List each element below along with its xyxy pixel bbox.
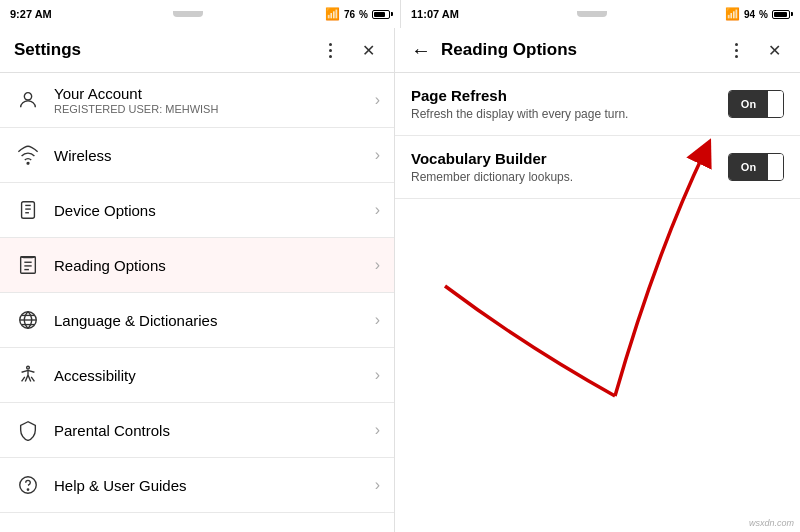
reading-panel-header: ← Reading Options ✕ xyxy=(395,28,800,73)
settings-item-reading-options[interactable]: Reading Options › xyxy=(0,238,394,293)
reading-options-chevron: › xyxy=(375,256,380,274)
settings-panel: Settings ✕ Your Account REGIST xyxy=(0,28,395,532)
right-time: 11:07 AM xyxy=(411,8,459,20)
vocabulary-builder-toggle-on: On xyxy=(729,154,768,180)
left-time: 9:27 AM xyxy=(10,8,52,20)
vocabulary-builder-title: Vocabulary Builder xyxy=(411,150,716,167)
reading-options-label: Reading Options xyxy=(54,257,367,274)
globe-icon xyxy=(14,306,42,334)
reading-header-actions: ✕ xyxy=(724,38,786,62)
right-notch xyxy=(577,11,607,17)
svg-point-0 xyxy=(24,93,31,100)
page-refresh-toggle[interactable]: On xyxy=(728,90,784,118)
svg-rect-6 xyxy=(21,257,36,274)
settings-header-actions: ✕ xyxy=(318,38,380,62)
settings-more-button[interactable] xyxy=(318,38,342,62)
device-icon xyxy=(14,196,42,224)
your-account-chevron: › xyxy=(375,91,380,109)
reading-more-button[interactable] xyxy=(724,38,748,62)
language-chevron: › xyxy=(375,311,380,329)
page-refresh-item: Page Refresh Refresh the display with ev… xyxy=(395,73,800,136)
settings-header: Settings ✕ xyxy=(0,28,394,73)
left-status-icons: 📶 76% xyxy=(325,7,390,21)
device-options-chevron: › xyxy=(375,201,380,219)
book-icon xyxy=(14,251,42,279)
help-icon xyxy=(14,471,42,499)
wifi-icon xyxy=(14,141,42,169)
page-refresh-toggle-on: On xyxy=(729,91,768,117)
right-status-icons: 📶 94% xyxy=(725,7,790,21)
settings-item-device-options[interactable]: Device Options › xyxy=(0,183,394,238)
svg-rect-2 xyxy=(22,202,35,219)
left-notch xyxy=(173,11,203,17)
svg-point-14 xyxy=(27,366,30,369)
parental-controls-chevron: › xyxy=(375,421,380,439)
accessibility-label: Accessibility xyxy=(54,367,367,384)
device-options-label: Device Options xyxy=(54,202,367,219)
reading-close-button[interactable]: ✕ xyxy=(762,38,786,62)
watermark: wsxdn.com xyxy=(749,518,794,528)
page-refresh-desc: Refresh the display with every page turn… xyxy=(411,107,716,121)
your-account-subtitle: REGISTERED USER: MEHWISH xyxy=(54,103,367,115)
page-refresh-toggle-off xyxy=(768,91,783,117)
settings-item-your-account[interactable]: Your Account REGISTERED USER: MEHWISH › xyxy=(0,73,394,128)
parental-controls-label: Parental Controls xyxy=(54,422,367,439)
settings-close-button[interactable]: ✕ xyxy=(356,38,380,62)
back-button[interactable]: ← xyxy=(409,38,433,62)
settings-list: Your Account REGISTERED USER: MEHWISH › xyxy=(0,73,394,532)
left-battery-icon xyxy=(372,10,390,19)
wireless-label: Wireless xyxy=(54,147,367,164)
settings-item-help[interactable]: Help & User Guides › xyxy=(0,458,394,513)
accessibility-chevron: › xyxy=(375,366,380,384)
user-icon xyxy=(14,86,42,114)
left-battery-percent: 76 xyxy=(344,9,355,20)
vocabulary-builder-toggle[interactable]: On xyxy=(728,153,784,181)
vocabulary-builder-desc: Remember dictionary lookups. xyxy=(411,170,716,184)
accessibility-icon xyxy=(14,361,42,389)
settings-item-language[interactable]: Language & Dictionaries › xyxy=(0,293,394,348)
vocabulary-builder-item: Vocabulary Builder Remember dictionary l… xyxy=(395,136,800,199)
right-battery-percent: 94 xyxy=(744,9,755,20)
reading-panel: ← Reading Options ✕ Page Refresh Refresh… xyxy=(395,28,800,532)
settings-title: Settings xyxy=(14,40,81,60)
wireless-chevron: › xyxy=(375,146,380,164)
right-battery-icon xyxy=(772,10,790,19)
help-label: Help & User Guides xyxy=(54,477,367,494)
page-refresh-title: Page Refresh xyxy=(411,87,716,104)
vocabulary-builder-toggle-off xyxy=(768,154,783,180)
right-status-bar: 11:07 AM 📶 94% xyxy=(400,0,800,28)
help-chevron: › xyxy=(375,476,380,494)
language-label: Language & Dictionaries xyxy=(54,312,367,329)
svg-point-1 xyxy=(27,162,29,164)
reading-options-title: Reading Options xyxy=(441,40,577,60)
left-status-bar: 9:27 AM 📶 76% xyxy=(0,0,400,28)
your-account-label: Your Account xyxy=(54,85,367,102)
left-wifi-icon: 📶 xyxy=(325,7,340,21)
settings-item-accessibility[interactable]: Accessibility › xyxy=(0,348,394,403)
shield-icon xyxy=(14,416,42,444)
right-wifi-icon: 📶 xyxy=(725,7,740,21)
settings-item-wireless[interactable]: Wireless › xyxy=(0,128,394,183)
svg-point-16 xyxy=(27,489,28,490)
settings-item-parental-controls[interactable]: Parental Controls › xyxy=(0,403,394,458)
